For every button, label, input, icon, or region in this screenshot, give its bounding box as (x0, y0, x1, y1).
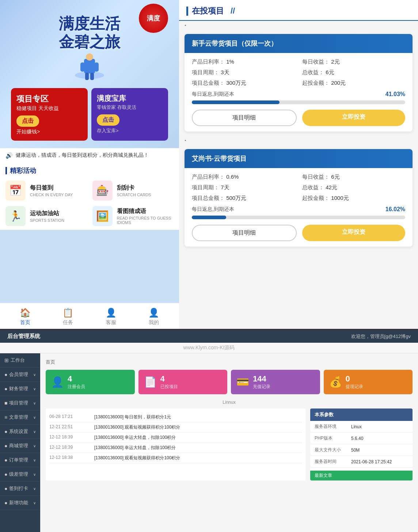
sidebar-item-settings[interactable]: ● 系统设置 ∨ (0, 425, 40, 439)
progress-row-2: 每日返息,到期还本 16.02% (192, 206, 405, 213)
members-icon: ● (4, 372, 7, 377)
daily-earnings-2: 每日收益： 6元 (302, 174, 405, 180)
activity-item-1[interactable]: 🎰 刮刮卡 SCRATCH CARDS (92, 180, 174, 201)
nav-item-tasks[interactable]: 📋 任务 (62, 308, 73, 326)
total-earnings-1: 总收益： 6元 (302, 69, 405, 76)
svg-rect-1 (84, 59, 95, 73)
activity-item-0[interactable]: 📅 每日签到 CHECK IN EVERY DAY (5, 180, 87, 201)
admin-sidebar: ⊞ 工作台 ● 会员管理 ∨ ● 财务管理 ∨ ■ 项目管理 ∨ ≡ 文章管理 (0, 353, 40, 532)
banner-illustration (68, 52, 111, 81)
activity-icon-0: 📅 (5, 180, 26, 201)
sidebar-item-projects[interactable]: ■ 项目管理 ∨ (0, 396, 40, 410)
invest-button-2[interactable]: 立即投资 (302, 225, 406, 241)
sidebar-item-checkin[interactable]: ● 签到打卡 ∨ (0, 482, 40, 496)
marquee-bar: 🔊 健康运动，猜成语，每日签到送积分，积分商城兑换礼品！ (0, 148, 179, 163)
admin-watermark: www.Klym.com-KI源码 (0, 343, 418, 353)
nav-item-mine[interactable]: 👤 我的 (148, 308, 159, 326)
sidebar-item-levels[interactable]: ● 级差管理 ∨ (0, 467, 40, 482)
stat-info-projects: 4 已投项目 (160, 374, 178, 390)
detail-button-2[interactable]: 项目明细 (192, 225, 297, 241)
admin-system-name: 后台管理系统 (7, 333, 40, 340)
articles-icon: ≡ (4, 414, 7, 420)
sidebar-item-new[interactable]: ● 新增功能 ∨ (0, 496, 40, 510)
top-section: 满度 满度生活 金碧之旅 项目专区 (0, 0, 418, 329)
progress-row-1: 每日返息,到期还本 41.03% (192, 91, 405, 98)
project-card-2: 艾尚书-云带货项目 产品日利率： 0.6% 每日收益： 6元 项目周期： 7天 (185, 149, 413, 247)
stat-card-withdraw: 💰 0 提现记录 (324, 370, 413, 394)
new-icon: ● (4, 500, 7, 506)
svg-rect-3 (80, 62, 85, 72)
banner-cards: 项目专区 稳健项目 天天收益 点击 开始赚钱> 满度宝库 零钱管家 存取灵活 点… (7, 88, 172, 141)
stat-card-recharge: 💳 144 充值记录 (231, 370, 320, 394)
admin-body: ⊞ 工作台 ● 会员管理 ∨ ● 财务管理 ∨ ■ 项目管理 ∨ ≡ 文章管理 (0, 353, 418, 532)
project-card-2-body: 产品日利率： 0.6% 每日收益： 6元 项目周期： 7天 总收益： 42元 (185, 168, 413, 247)
activities-section: 精彩活动 📅 每日签到 CHECK IN EVERY DAY 🎰 刮刮卡 SCR… (0, 163, 179, 230)
marquee-text: 健康运动，猜成语，每日签到送积分，积分商城兑换礼品！ (16, 152, 149, 159)
right-header-bar (186, 7, 188, 16)
sys-row-2: 最大文件大小 50M (310, 444, 413, 456)
sys-row-0: 服务器环境 Linux (310, 421, 413, 433)
linnux-label: Linnux (46, 400, 413, 405)
activity-item-2[interactable]: 🏃 运动加油站 SPORTS STATION (5, 206, 87, 226)
service-icon: 👤 (106, 308, 117, 318)
progress-bar-fill-2 (192, 216, 226, 219)
banner-card-project[interactable]: 项目专区 稳健项目 天天收益 点击 开始赚钱> (11, 88, 88, 141)
total-amount-2: 项目总金额： 500万元 (192, 195, 295, 202)
header-decoration: // (231, 6, 235, 16)
svg-rect-6 (90, 73, 94, 80)
settings-icon: ● (4, 429, 7, 434)
project-list-indicator: ▪ (179, 21, 418, 30)
sidebar-item-articles[interactable]: ≡ 文章管理 ∨ (0, 410, 40, 425)
left-panel: 满度 满度生活 金碧之旅 项目专区 (0, 0, 179, 329)
sidebar-item-members[interactable]: ● 会员管理 ∨ (0, 368, 40, 382)
card-actions-2: 项目明细 立即投资 (192, 225, 405, 241)
stat-info-recharge: 144 充值记录 (253, 374, 270, 390)
detail-button-1[interactable]: 项目明细 (192, 110, 297, 126)
sys-panel-header: 本系参数 (310, 408, 413, 421)
daily-earnings-1: 每日收益： 2元 (302, 58, 405, 65)
project-card-2-header: 艾尚书-云带货项目 (185, 149, 413, 168)
progress-pct-2: 16.02% (385, 206, 405, 213)
admin-section: 后台管理系统 欢迎您，管理员[g@412博gv www.Klym.com-KI源… (0, 329, 418, 532)
banner-title: 满度生活 金碧之旅 (59, 15, 120, 52)
activity-text-2: 运动加油站 SPORTS STATION (30, 210, 64, 223)
activity-grid: 📅 每日签到 CHECK IN EVERY DAY 🎰 刮刮卡 SCRATCH … (5, 180, 174, 226)
sys-row-1: PHP版本 5.6.40 (310, 433, 413, 444)
activity-icon-3: 🖼️ (92, 206, 113, 226)
activity-text-3: 看图猜成语 READ PICTURES TO GUESS IDIOMS (117, 208, 174, 225)
nav-item-service[interactable]: 👤 客服 (106, 308, 117, 326)
nav-item-home[interactable]: 🏠 首页 (20, 308, 31, 326)
log-item-2: 12-12 18:39 [13800136000] 幸运大转盘，扣除100积分 (49, 433, 302, 443)
admin-content-row: 06-28 17:21 [13800136000] 每日签到，获得积分1元 12… (46, 408, 413, 480)
period-2: 项目周期： 7天 (192, 184, 295, 191)
card-actions-1: 项目明细 立即投资 (192, 110, 405, 126)
sys-panel: 本系参数 服务器环境 Linux PHP版本 5.6.40 最大文件大小 50M (310, 408, 413, 480)
sidebar-item-workbench[interactable]: ⊞ 工作台 (0, 353, 40, 368)
min-invest-1: 起投金额： 200元 (302, 80, 405, 87)
project-card-2-info: 产品日利率： 0.6% 每日收益： 6元 项目周期： 7天 总收益： 42元 (192, 174, 405, 202)
period-1: 项目周期： 3天 (192, 69, 295, 76)
project-card-1-body: 产品日利率： 1% 每日收益： 2元 项目周期： 3天 总收益： 6元 (185, 53, 413, 132)
project-card-1-info: 产品日利率： 1% 每日收益： 2元 项目周期： 3天 总收益： 6元 (192, 58, 405, 87)
breadcrumb: 首页 (46, 359, 413, 365)
svg-rect-4 (94, 62, 99, 72)
log-panel: 06-28 17:21 [13800136000] 每日签到，获得积分1元 12… (46, 408, 306, 480)
admin-main: 首页 👤 4 注册会员 📄 4 已投项目 💳 (40, 353, 418, 532)
invest-button-1[interactable]: 立即投资 (302, 110, 406, 126)
activities-header: 精彩活动 (5, 166, 174, 175)
bottom-nav: 🏠 首页 📋 任务 👤 客服 👤 我的 (0, 303, 179, 329)
right-header: 在投项目 // (179, 0, 418, 21)
banner-card-treasury[interactable]: 满度宝库 零钱管家 存取灵活 点击 存入宝库> (91, 88, 168, 141)
log-item-1: 12-21 22:51 [13800136000] 观看短视频获得积分100积分 (49, 422, 302, 433)
tasks-icon: 📋 (62, 308, 73, 318)
stat-icon-members: 👤 (51, 376, 64, 388)
activity-item-3[interactable]: 🖼️ 看图猜成语 READ PICTURES TO GUESS IDIOMS (92, 206, 174, 226)
sidebar-item-orders[interactable]: ● 订单管理 ∨ (0, 453, 40, 467)
sidebar-item-finance[interactable]: ● 财务管理 ∨ (0, 382, 40, 396)
min-invest-2: 起投金额： 1000元 (302, 195, 405, 202)
svg-point-2 (86, 53, 93, 61)
stats-row: 👤 4 注册会员 📄 4 已投项目 💳 144 (46, 370, 413, 394)
workbench-icon: ⊞ (4, 357, 9, 363)
sidebar-item-shop[interactable]: ● 商城管理 ∨ (0, 439, 40, 453)
checkin-icon: ● (4, 486, 7, 491)
